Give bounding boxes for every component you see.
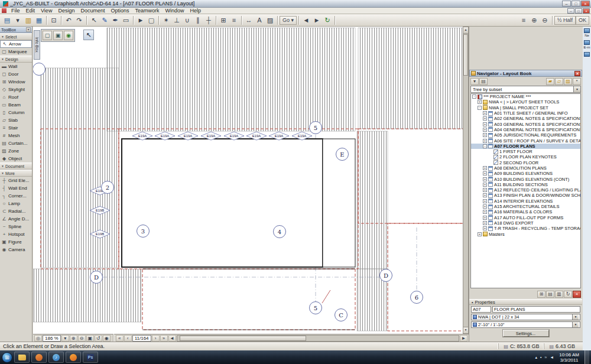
scroll-right-icon[interactable]: ► xyxy=(460,335,467,342)
tool-wall[interactable]: ▬Wall xyxy=(0,63,32,70)
toolbar-arrow-tool-icon[interactable]: ► xyxy=(135,15,146,25)
toolbar-ok-button[interactable]: OK xyxy=(576,16,589,25)
drag-mode-icon[interactable]: ▣ xyxy=(53,31,63,40)
tool-skylight[interactable]: ◇Skylight xyxy=(0,86,32,93)
expand-plus-icon[interactable]: + xyxy=(478,100,482,104)
navigator-titlebar[interactable]: Navigator - Layout Book × xyxy=(469,70,582,77)
tree-item-2-second-floor[interactable]: 2 SECOND FLOOR xyxy=(471,160,580,165)
fit-in-window-icon[interactable]: ▣ xyxy=(86,335,94,342)
toolbar-gravity-icon[interactable]: ⊥ xyxy=(171,15,182,25)
toolbar-forward-icon[interactable]: ► xyxy=(311,15,322,25)
desktop-icon[interactable] xyxy=(583,52,590,57)
tree-item-project-name[interactable]: -*** PROJECT NAME *** xyxy=(471,94,580,99)
expand-plus-icon[interactable]: + xyxy=(483,171,487,176)
taskbar-photoshop-elements-button[interactable]: Ps xyxy=(83,352,98,363)
menu-view[interactable]: View xyxy=(38,8,55,14)
tool-window[interactable]: ⊞Window xyxy=(0,78,32,86)
menu-options[interactable]: Options xyxy=(108,8,132,14)
tool-hotspot[interactable]: +Hotspot xyxy=(0,230,32,238)
toolbar-text-tool-icon[interactable]: A xyxy=(254,15,265,25)
tree-item-a16-materials-colors[interactable]: +A16 MATERIALS & COLORS xyxy=(471,209,580,214)
toolbox-titlebar[interactable]: ToolBox × xyxy=(0,27,32,33)
last-page-icon[interactable]: » xyxy=(160,335,168,342)
document-close-button[interactable]: × xyxy=(583,8,590,14)
new-subset-icon[interactable]: ▰ xyxy=(546,78,554,85)
expand-plus-icon[interactable]: + xyxy=(483,216,487,220)
expand-plus-icon[interactable]: + xyxy=(483,128,487,132)
vertical-scroll-thumb[interactable] xyxy=(463,34,468,76)
layout-size-dropdown[interactable]: 2'-10" / 1'-10" ▼ xyxy=(471,321,580,328)
tree-item-a10-building-elevations-cont[interactable]: +A10 BUILDING ELEVATIONS (CONT) xyxy=(471,176,580,181)
expand-plus-icon[interactable]: + xyxy=(483,183,487,187)
tool-mesh[interactable]: #Mesh xyxy=(0,132,32,139)
show-hidden-icons[interactable]: ▴ xyxy=(535,355,537,360)
toolbar-pen-set-icon[interactable]: ✒ xyxy=(110,15,121,25)
toolbar-magic-wand-icon[interactable]: ✶ xyxy=(161,15,171,25)
list-view-icon[interactable]: ▤ xyxy=(546,291,554,298)
tool-grid-ele[interactable]: ┼Grid Ele... xyxy=(0,177,32,184)
chevron-down-icon[interactable]: ▼ xyxy=(573,86,580,92)
expand-plus-icon[interactable]: + xyxy=(483,116,487,121)
menu-design[interactable]: Design xyxy=(55,8,77,14)
navigator-close-icon[interactable]: × xyxy=(574,71,580,76)
expand-plus-icon[interactable]: + xyxy=(483,204,487,209)
expand-plus-icon[interactable]: + xyxy=(483,122,487,126)
tool-beam[interactable]: ▭Beam xyxy=(0,101,32,109)
tree-item-a14-interior-elevations[interactable]: +A14 INTERIOR ELEVATIONS xyxy=(471,199,580,204)
toolbox-close-icon[interactable]: × xyxy=(26,27,31,32)
tool-column[interactable]: ▯Column xyxy=(0,109,32,116)
master-layout-dropdown[interactable]: NWA | DOT | 22 x 34 ▼ xyxy=(471,314,580,320)
expand-plus-icon[interactable]: + xyxy=(483,199,487,203)
tree-view-icon[interactable]: ⊞ xyxy=(537,291,545,298)
tree-item-a09-building-elevations[interactable]: +A09 BUILDING ELEVATIONS xyxy=(471,171,580,176)
taskbar-windows-explorer-button[interactable] xyxy=(14,352,30,363)
toolbar-undo-icon[interactable]: ↶ xyxy=(63,15,74,25)
toolbar-fill-tool-icon[interactable]: ▨ xyxy=(265,15,275,25)
expand-minus-icon[interactable]: - xyxy=(472,95,476,99)
document-maximize-button[interactable]: □ xyxy=(575,8,582,14)
tool-corner[interactable]: ┐Corner... xyxy=(0,192,32,200)
toolbar-guide-lines-icon[interactable]: ∥ xyxy=(193,15,203,25)
toolbar-pointer-icon[interactable]: ↖ xyxy=(89,15,99,25)
expand-plus-icon[interactable]: + xyxy=(483,210,487,214)
tree-item-a18-dwg-export[interactable]: +A18 DWG EXPORT xyxy=(471,220,580,226)
show-desktop-button[interactable] xyxy=(584,350,589,364)
toolbar-save-file-icon[interactable]: ▦ xyxy=(34,15,44,25)
menu-window[interactable]: Window xyxy=(162,8,187,14)
tool-zone[interactable]: ▨Zone xyxy=(0,147,32,155)
toolbox-section-document[interactable]: ▼Document xyxy=(0,162,32,170)
toolbar-snap-grid-icon[interactable]: ┼ xyxy=(203,15,214,25)
toolbar-zoom-in-icon[interactable]: ⊕ xyxy=(529,15,540,25)
collapse-triangle-icon[interactable]: ▴ xyxy=(472,300,473,304)
tree-item-1-first-floor[interactable]: 1 FIRST FLOOR xyxy=(471,149,580,154)
tool-spline[interactable]: ~Spline xyxy=(0,223,32,230)
toolbar-quick-options-icon[interactable]: ≡ xyxy=(518,15,529,25)
orbit-icon[interactable]: ◉ xyxy=(103,335,111,342)
navigator-map-icon[interactable]: ▤ xyxy=(479,78,488,85)
chevron-down-icon[interactable]: ▼ xyxy=(572,314,579,320)
tree-item-a11-building-sections[interactable]: +A11 BUILDING SECTIONS xyxy=(471,182,580,187)
vertical-scrollbar[interactable]: ▲ ▼ xyxy=(463,27,469,334)
properties-header[interactable]: ▴ Properties xyxy=(469,299,582,305)
expand-plus-icon[interactable]: + xyxy=(478,232,482,236)
drawing-canvas[interactable]: E19AE19AE19AE19AE19AE19AE19AE19AE19BE19B… xyxy=(33,27,463,334)
taskbar-firefox-button[interactable] xyxy=(66,352,81,363)
menu-help[interactable]: Help xyxy=(187,8,204,14)
detail-view-icon[interactable]: ▥ xyxy=(555,291,563,298)
expand-plus-icon[interactable]: + xyxy=(483,139,487,143)
tool-roof[interactable]: ⌂Roof xyxy=(0,93,32,101)
tree-filter-dropdown[interactable]: Tree by subset ▼ xyxy=(470,86,581,93)
tool-object[interactable]: ◆Object xyxy=(0,155,32,162)
previous-page-icon[interactable]: ‹ xyxy=(124,335,132,342)
toolbox-section-design[interactable]: ▼Design xyxy=(0,56,32,63)
tool-figure[interactable]: ▣Figure xyxy=(0,238,32,246)
expand-plus-icon[interactable]: + xyxy=(483,193,487,197)
close-button[interactable]: × xyxy=(581,1,590,6)
action-center-icon[interactable]: ▪ xyxy=(540,355,541,359)
taskbar-media-app-button[interactable] xyxy=(31,352,47,363)
expand-plus-icon[interactable]: + xyxy=(483,166,487,170)
tree-item-a07-floor-plans[interactable]: -A07 FLOOR PLANS xyxy=(471,144,580,149)
desktop-icon[interactable]: E-m xyxy=(583,40,590,49)
toolbar-sync-icon[interactable]: ↻ xyxy=(322,15,333,25)
toolbar-half-size-button[interactable]: ½ Half xyxy=(554,16,576,25)
